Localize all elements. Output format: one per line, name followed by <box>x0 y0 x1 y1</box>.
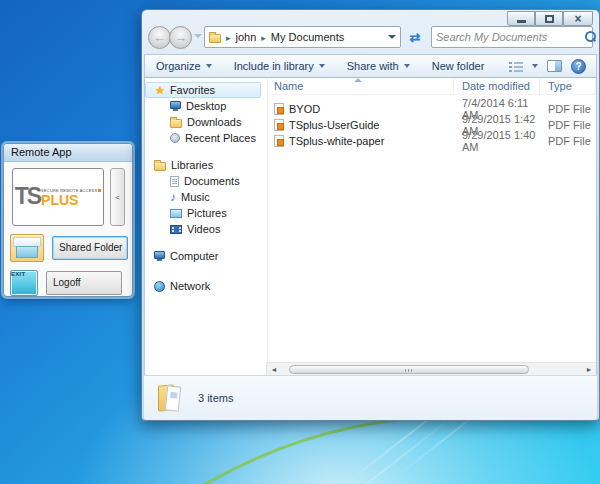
organize-menu[interactable]: Organize <box>145 55 223 77</box>
sidebar-item-music[interactable]: Music <box>145 189 265 205</box>
chevron-down-icon <box>319 64 325 68</box>
search-input[interactable] <box>432 31 583 43</box>
sidebar-item-computer[interactable]: Computer <box>145 248 265 264</box>
navigation-pane: Favorites Desktop Downloads Recent Place… <box>145 78 265 375</box>
file-row[interactable]: TSplus-white-paper 9/29/2015 1:40 AM PDF… <box>266 133 596 149</box>
film-icon <box>170 225 182 234</box>
sidebar-item-libraries[interactable]: Libraries <box>145 157 265 173</box>
change-view-icon[interactable] <box>509 61 523 72</box>
scroll-right-icon[interactable]: ► <box>582 363 596 375</box>
sort-ascending-icon <box>354 78 362 82</box>
maximize-button[interactable] <box>535 11 563 26</box>
pdf-file-icon <box>274 103 284 115</box>
views-dropdown-icon[interactable] <box>532 64 538 68</box>
maximize-icon <box>545 15 554 23</box>
remote-app-window: Remote App TS SECURE REMOTE ACCESS PLUS … <box>3 143 133 297</box>
minimize-icon <box>517 20 526 23</box>
explorer-window: × ← → john My Documents Organize Include… <box>141 9 600 421</box>
file-row[interactable]: TSplus-UserGuide 9/29/2015 1:42 AM PDF F… <box>266 117 596 133</box>
pdf-file-icon <box>274 135 284 147</box>
explorer-main-area: Favorites Desktop Downloads Recent Place… <box>144 78 597 375</box>
file-row[interactable]: BYOD 7/4/2014 6:11 AM PDF File <box>266 101 596 117</box>
column-header-name[interactable]: Name <box>266 78 454 94</box>
shared-folder-icon[interactable] <box>10 234 44 262</box>
address-bar[interactable]: john My Documents <box>204 26 401 48</box>
collapse-panel-button[interactable]: < <box>110 168 125 226</box>
close-button[interactable]: × <box>563 11 593 26</box>
downloads-folder-icon <box>170 119 182 128</box>
shared-folder-button[interactable]: Shared Folder <box>52 236 128 260</box>
sidebar-item-recent-places[interactable]: Recent Places <box>145 130 265 146</box>
document-icon <box>170 176 179 187</box>
chevron-down-icon <box>404 64 410 68</box>
breadcrumb-separator-icon <box>221 31 236 43</box>
help-icon[interactable]: ? <box>571 59 586 74</box>
details-pane: 3 items <box>144 375 597 420</box>
scrollbar-track[interactable] <box>281 363 582 375</box>
sidebar-item-pictures[interactable]: Pictures <box>145 205 265 221</box>
scrollbar-thumb[interactable] <box>289 365 529 374</box>
logo-plus-text: PLUS <box>41 193 101 207</box>
star-icon <box>155 84 165 97</box>
file-list: Name Date modified Type BYOD 7/4/2014 6:… <box>266 78 596 362</box>
sidebar-item-videos[interactable]: Videos <box>145 221 265 237</box>
back-button[interactable]: ← <box>148 26 171 49</box>
preview-pane-icon[interactable] <box>547 60 562 72</box>
sidebar-item-downloads[interactable]: Downloads <box>145 114 265 130</box>
chevron-down-icon <box>206 64 212 68</box>
sidebar-item-desktop[interactable]: Desktop <box>145 98 265 114</box>
address-dropdown-icon[interactable] <box>388 35 396 39</box>
open-folder-icon <box>158 383 184 413</box>
sidebar-item-documents[interactable]: Documents <box>145 173 265 189</box>
remote-app-title[interactable]: Remote App <box>4 144 132 162</box>
horizontal-scrollbar[interactable]: ◄ ► <box>266 362 596 375</box>
search-icon[interactable] <box>583 30 597 44</box>
minimize-button[interactable] <box>507 11 535 26</box>
computer-icon <box>154 251 165 259</box>
network-icon <box>154 281 165 292</box>
exit-icon[interactable]: EXIT <box>10 270 38 296</box>
monitor-icon <box>170 101 181 109</box>
libraries-icon <box>154 162 166 171</box>
forward-button[interactable]: → <box>169 26 192 49</box>
pdf-file-icon <box>274 119 284 131</box>
picture-icon <box>170 209 182 218</box>
command-bar: Organize Include in library Share with N… <box>144 54 597 78</box>
search-box <box>431 26 593 48</box>
history-dropdown-icon[interactable] <box>194 34 202 38</box>
sidebar-item-network[interactable]: Network <box>145 278 265 294</box>
breadcrumb-separator-icon <box>256 31 271 43</box>
sidebar-item-favorites[interactable]: Favorites <box>145 82 261 98</box>
forward-arrow-icon: → <box>174 30 187 45</box>
scroll-left-icon[interactable]: ◄ <box>267 363 281 375</box>
breadcrumb-john[interactable]: john <box>236 31 257 43</box>
share-with-menu[interactable]: Share with <box>336 55 421 77</box>
logo-ts-text: TS <box>15 187 40 207</box>
column-header-type[interactable]: Type <box>540 78 596 94</box>
tsplus-logo: TS SECURE REMOTE ACCESS PLUS <box>12 168 104 226</box>
recent-places-icon <box>170 133 180 143</box>
back-arrow-icon: ← <box>153 30 166 45</box>
refresh-button[interactable] <box>404 26 426 48</box>
breadcrumb-my-documents[interactable]: My Documents <box>271 31 344 43</box>
folder-icon <box>209 34 221 43</box>
column-headers: Name Date modified Type <box>266 78 596 95</box>
logoff-button[interactable]: Logoff <box>46 271 122 295</box>
scrollbar-grip-icon <box>405 369 413 372</box>
item-count-label: 3 items <box>198 392 233 404</box>
desktop-wallpaper: Remote App TS SECURE REMOTE ACCESS PLUS … <box>0 0 600 484</box>
close-icon: × <box>574 13 581 25</box>
music-note-icon <box>170 190 176 204</box>
window-controls: × <box>507 11 593 26</box>
new-folder-button[interactable]: New folder <box>421 55 496 77</box>
include-in-library-menu[interactable]: Include in library <box>223 55 336 77</box>
column-header-date-modified[interactable]: Date modified <box>454 78 540 94</box>
